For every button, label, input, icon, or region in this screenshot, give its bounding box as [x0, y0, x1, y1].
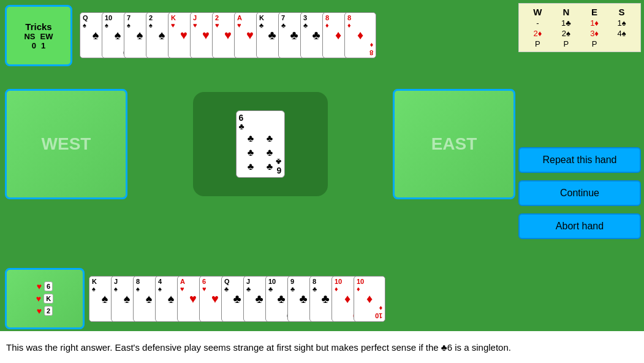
card-top-corner: 7♠ — [127, 14, 131, 29]
card-center-pip: ♣ — [299, 292, 307, 306]
bid-row-3: PPP — [524, 39, 635, 49]
north-card-row: Q♠ ♠ Q♠ 10♠ ♠ 10♠ 7♠ ♠ 7♠ 2♠ ♠ 2♠ K♥ ♥ K… — [80, 12, 376, 58]
abort-hand-button[interactable]: Abort hand — [518, 213, 641, 239]
hand-info-card2: K — [44, 294, 53, 304]
center-play-area: 6♣ ♣♣ ♣♣ ♣♣ 6♣ — [134, 89, 387, 199]
card-top-corner: 2♥ — [215, 14, 219, 29]
hand-info-box: ♥ 6 ♥ K ♥ 2 — [5, 268, 85, 329]
card-bot-corner: 8♦ — [369, 42, 373, 56]
south-card-12: 10♦ ♦ 10♦ — [354, 276, 385, 322]
card-top-corner: Q♣ — [224, 278, 230, 292]
card-top-corner: A♥ — [180, 278, 185, 292]
bid-col-e: E — [581, 6, 608, 18]
card-top-corner: 6♥ — [202, 278, 206, 292]
hand-info-row2: ♥ K — [36, 294, 53, 304]
card-center-pip: ♣ — [277, 292, 285, 306]
buttons-area: Repeat this hand Continue Abort hand — [518, 147, 641, 239]
heart-icon-1: ♥ — [37, 281, 42, 291]
card-center-pip: ♥ — [211, 292, 219, 306]
card-center-pip: ♠ — [93, 28, 99, 42]
heart-icon-2: ♥ — [36, 294, 41, 304]
card-top-corner: J♠ — [114, 278, 118, 292]
bid-cell-2-0: P — [524, 39, 551, 49]
bid-cell-2-1: P — [551, 39, 581, 49]
card-top-corner: 8♦ — [325, 14, 329, 29]
tricks-box: Tricks NS EW 0 1 — [5, 5, 72, 66]
hand-info-row1: ♥ 6 — [37, 281, 53, 291]
hand-info-card1: 6 — [44, 281, 53, 291]
card-top-corner: 4♠ — [158, 278, 162, 292]
tricks-ns-value: 0 — [32, 41, 36, 50]
card-top-corner: J♣ — [246, 278, 251, 292]
west-area: WEST — [5, 89, 127, 199]
tricks-ns-label: NS — [24, 32, 35, 41]
card-center-pip: ♣ — [233, 292, 241, 306]
card-center-pip: ♠ — [137, 28, 143, 42]
bid-cell-1-3: 4♠ — [608, 28, 635, 39]
card-top-corner: A♥ — [237, 14, 242, 29]
bid-cell-0-2: 1♦ — [581, 18, 608, 28]
card-center-pip: ♣ — [312, 28, 320, 42]
hand-info-inner: ♥ 6 ♥ K ♥ 2 — [36, 281, 53, 316]
hand-info-row3: ♥ 2 — [37, 306, 53, 316]
card-top-corner: 10♣ — [268, 278, 276, 292]
east-label: EAST — [431, 134, 477, 154]
card-top-corner: J♥ — [193, 14, 197, 29]
bid-cell-0-0: - — [524, 18, 551, 28]
card-center-pip: ♥ — [180, 28, 188, 42]
center-dark: 6♣ ♣♣ ♣♣ ♣♣ 6♣ — [193, 92, 328, 196]
card-center-pip: ♥ — [246, 28, 254, 42]
west-label: WEST — [42, 134, 91, 154]
bid-cell-2-2: P — [581, 39, 608, 49]
heart-icon-3: ♥ — [37, 306, 42, 316]
card-top-corner: 10♦ — [357, 278, 364, 292]
card-center-pip: ♠ — [115, 28, 121, 42]
card-top-corner: 9♣ — [290, 278, 295, 292]
card-center-pip: ♣ — [255, 292, 263, 306]
bid-cell-1-2: 3♦ — [581, 28, 608, 39]
card-bot-corner: 10♦ — [375, 305, 382, 319]
north-cards-area: Q♠ ♠ Q♠ 10♠ ♠ 10♠ 7♠ ♠ 7♠ 2♠ ♠ 2♠ K♥ ♥ K… — [80, 3, 515, 67]
bid-cell-1-1: 2♠ — [551, 28, 581, 39]
card-center-pip: ♠ — [146, 292, 153, 306]
bid-cell-2-3 — [608, 39, 635, 49]
bid-cell-0-1: 1♣ — [551, 18, 581, 28]
card-center-pip: ♦ — [344, 292, 350, 306]
south-cards-area: K♠ ♠ K♠ J♠ ♠ J♠ 8♠ ♠ 8♠ 4♠ ♠ 4♠ A♥ ♥ A♥ … — [89, 268, 515, 329]
bottom-message: This was the right answer. East's defens… — [6, 342, 511, 353]
card-center-pip: ♦ — [335, 28, 341, 42]
card-top-corner: 8♠ — [136, 278, 140, 292]
east-area: EAST — [393, 89, 515, 199]
tricks-title: Tricks — [25, 21, 51, 32]
card-center-pip: ♠ — [124, 292, 131, 306]
bid-col-s: S — [608, 6, 635, 18]
bid-row-1: -1♣1♦1♠ — [524, 18, 635, 28]
card-top-corner: K♠ — [92, 278, 97, 292]
card-center-pip: ♣ — [268, 28, 276, 42]
card-top-corner: 2♠ — [149, 14, 153, 29]
card-center-pip: ♦ — [366, 292, 373, 306]
card-center-pip: ♣ — [290, 28, 298, 42]
center-card-top: 6♣ — [239, 113, 282, 131]
bottom-text: This was the right answer. East's defens… — [0, 331, 644, 363]
card-top-corner: K♣ — [259, 14, 264, 29]
center-card-pips: ♣♣ ♣♣ ♣♣ — [239, 131, 282, 175]
card-top-corner: 8♣ — [313, 278, 317, 292]
bid-cell-0-3: 1♠ — [608, 18, 635, 28]
center-card: 6♣ ♣♣ ♣♣ ♣♣ 6♣ — [236, 110, 285, 178]
bidding-table: W N E S -1♣1♦1♠ 2♦2♠3♦4♠ PPP — [518, 3, 641, 52]
card-center-pip: ♠ — [159, 28, 165, 42]
continue-button[interactable]: Continue — [518, 180, 641, 206]
tricks-ew-label: EW — [40, 32, 53, 41]
tricks-ew-value: 1 — [41, 41, 45, 50]
card-top-corner: K♥ — [171, 14, 176, 29]
card-top-corner: 10♦ — [335, 278, 342, 292]
repeat-hand-button[interactable]: Repeat this hand — [518, 147, 641, 173]
card-top-corner: 8♦ — [347, 14, 351, 29]
bid-cell-1-0: 2♦ — [524, 28, 551, 39]
card-center-pip: ♠ — [102, 292, 108, 306]
north-card-12: 8♦ ♦ 8♦ — [344, 12, 376, 58]
card-top-corner: Q♠ — [83, 14, 88, 29]
hand-info-card3: 2 — [44, 306, 53, 316]
bid-col-w: W — [524, 6, 551, 18]
